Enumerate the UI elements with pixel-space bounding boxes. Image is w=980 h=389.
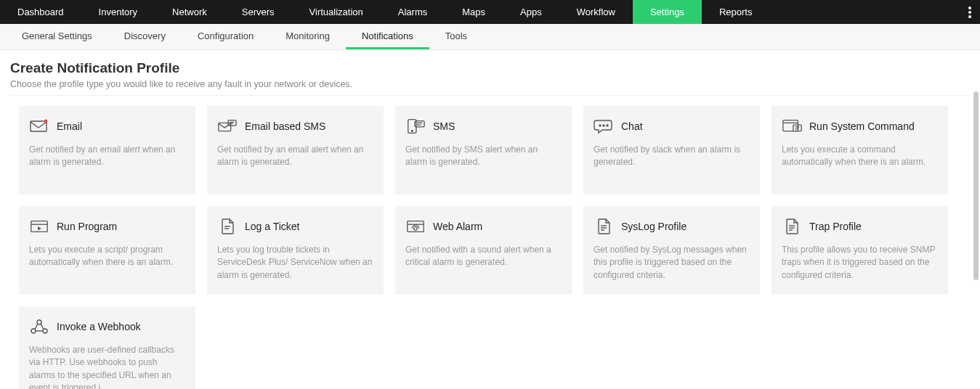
- card-desc: Get notified by SMS alert when an alarm …: [405, 144, 562, 169]
- nav-maps[interactable]: Maps: [445, 0, 503, 24]
- subnav-discovery[interactable]: Discovery: [108, 24, 182, 49]
- svg-point-26: [414, 226, 418, 230]
- subnav-configuration[interactable]: Configuration: [182, 24, 270, 49]
- card-desc: Lets you execute a command automatically…: [782, 144, 938, 169]
- card-trap-profile[interactable]: Trap Profile This profile allows you to …: [772, 206, 948, 295]
- svg-marker-21: [38, 226, 41, 231]
- divider: [10, 95, 970, 96]
- svg-point-1: [44, 120, 48, 123]
- nav-network[interactable]: Network: [155, 0, 224, 24]
- trap-icon: [782, 218, 802, 235]
- card-sms[interactable]: SMS Get notified by SMS alert when an al…: [395, 106, 572, 194]
- card-desc: Get notified by an email alert when an a…: [29, 144, 185, 169]
- scrollbar[interactable]: [973, 91, 979, 382]
- card-syslog-profile[interactable]: SysLog Profile Get notified by SysLog me…: [583, 206, 760, 295]
- subnav-monitoring[interactable]: Monitoring: [270, 24, 346, 49]
- svg-point-7: [411, 131, 413, 132]
- page-subtitle: Choose the profile type you would like t…: [10, 79, 970, 89]
- nav-apps[interactable]: Apps: [503, 0, 559, 24]
- svg-point-11: [599, 125, 601, 126]
- card-desc: Get notified by an email alert when an a…: [217, 144, 373, 169]
- nav-virtualization[interactable]: Virtualization: [292, 0, 381, 24]
- card-title: Email based SMS: [245, 120, 325, 132]
- chat-icon: [594, 118, 614, 135]
- card-web-alarm[interactable]: Web Alarm Get notified with a sound aler…: [395, 206, 572, 295]
- card-desc: Get notified by SysLog messages when thi…: [594, 244, 750, 282]
- card-title: SysLog Profile: [621, 221, 687, 232]
- card-title: Run System Command: [809, 120, 915, 132]
- content-area: Create Notification Profile Choose the p…: [0, 50, 980, 389]
- card-desc: Webhooks are user-defined callbacks via …: [29, 344, 185, 389]
- nav-reports[interactable]: Reports: [702, 0, 770, 24]
- card-email[interactable]: Email Get notified by an email alert whe…: [19, 106, 195, 194]
- command-icon: [782, 118, 802, 135]
- card-chat[interactable]: Chat Get notified by slack when an alarm…: [583, 106, 760, 194]
- sms-icon: [405, 118, 426, 135]
- svg-point-13: [607, 125, 608, 126]
- svg-point-12: [603, 125, 604, 126]
- card-run-program[interactable]: Run Program Lets you execute a script/ p…: [19, 206, 195, 295]
- ticket-icon: [217, 218, 238, 235]
- card-desc: Lets you execute a script/ program autom…: [29, 244, 185, 269]
- web-alarm-icon: [405, 218, 426, 235]
- nav-settings[interactable]: Settings: [633, 0, 702, 24]
- nav-dashboard[interactable]: Dashboard: [0, 0, 81, 24]
- sub-nav: General Settings Discovery Configuration…: [0, 24, 980, 50]
- card-title: Chat: [621, 120, 643, 132]
- svg-rect-19: [31, 221, 47, 232]
- card-run-system-command[interactable]: Run System Command Lets you execute a co…: [772, 106, 948, 194]
- card-desc: Get notified with a sound alert when a c…: [405, 244, 562, 269]
- card-log-ticket[interactable]: Log a Ticket Lets you log trouble ticket…: [207, 206, 384, 295]
- card-grid: Email Get notified by an email alert whe…: [10, 106, 970, 389]
- card-title: Web Alarm: [433, 221, 482, 232]
- top-nav: Dashboard Inventory Network Servers Virt…: [0, 0, 980, 24]
- card-title: SMS: [433, 120, 455, 132]
- card-invoke-webhook[interactable]: Invoke a Webhook Webhooks are user-defin…: [19, 306, 195, 389]
- card-desc: This profile allows you to receive SNMP …: [782, 244, 938, 282]
- nav-workflow[interactable]: Workflow: [559, 0, 633, 24]
- card-title: Invoke a Webhook: [57, 321, 141, 332]
- card-desc: Lets you log trouble tickets in ServiceD…: [217, 244, 373, 282]
- card-title: Trap Profile: [809, 221, 862, 232]
- card-title: Email: [57, 120, 82, 132]
- nav-inventory[interactable]: Inventory: [81, 0, 155, 24]
- nav-servers[interactable]: Servers: [224, 0, 292, 24]
- svg-rect-16: [793, 125, 801, 131]
- scrollbar-thumb[interactable]: [973, 91, 979, 280]
- page-title: Create Notification Profile: [10, 60, 970, 76]
- kebab-menu-icon[interactable]: [968, 5, 971, 20]
- subnav-notifications[interactable]: Notifications: [346, 24, 429, 49]
- card-title: Log a Ticket: [245, 221, 300, 232]
- card-desc: Get notified by slack when an alarm is g…: [594, 144, 750, 169]
- program-icon: [29, 218, 49, 235]
- svg-rect-2: [219, 123, 231, 131]
- syslog-icon: [594, 218, 614, 235]
- card-email-sms[interactable]: Email based SMS Get notified by an email…: [207, 106, 384, 194]
- email-icon: [29, 118, 49, 135]
- webhook-icon: [29, 318, 49, 335]
- svg-rect-0: [31, 121, 46, 131]
- card-title: Run Program: [57, 221, 117, 232]
- subnav-general-settings[interactable]: General Settings: [6, 24, 108, 49]
- subnav-tools[interactable]: Tools: [429, 24, 483, 49]
- nav-alarms[interactable]: Alarms: [381, 0, 445, 24]
- email-sms-icon: [217, 118, 238, 135]
